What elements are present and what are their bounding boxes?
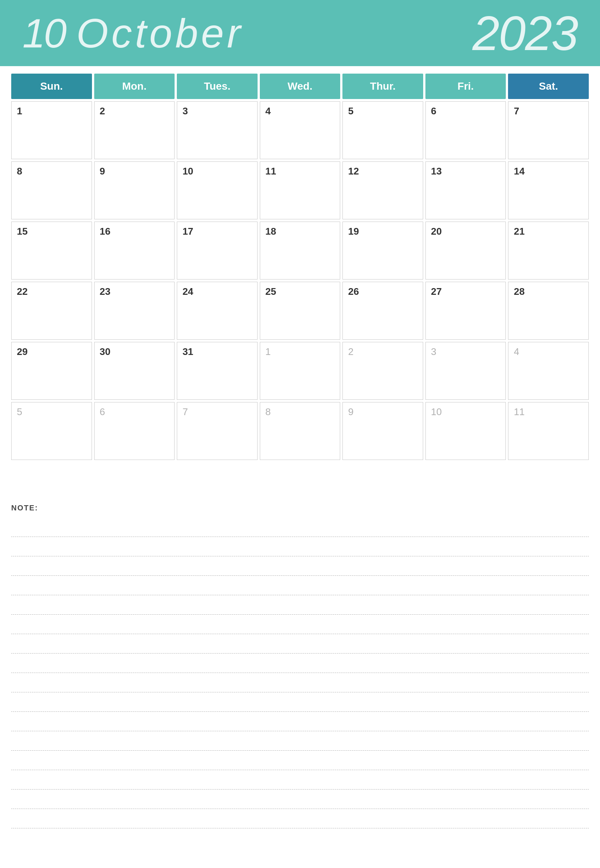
day-header-mon: Mon. <box>94 74 175 99</box>
note-line[interactable] <box>11 576 589 595</box>
day-header-wed: Wed. <box>260 74 341 99</box>
cal-cell: 31 <box>177 342 258 400</box>
calendar-header: 10 October 2023 <box>0 0 600 66</box>
cal-cell: 17 <box>177 222 258 280</box>
day-header-sat: Sat. <box>508 74 589 99</box>
cal-cell: 30 <box>94 342 175 400</box>
cal-cell: 22 <box>11 282 92 340</box>
cal-cell: 10 <box>177 162 258 219</box>
note-line[interactable] <box>11 556 589 576</box>
cal-cell: 6 <box>94 402 175 460</box>
cal-cell: 8 <box>260 402 341 460</box>
cal-cell: 13 <box>426 162 506 219</box>
cal-cell: 7 <box>177 402 258 460</box>
cal-cell: 2 <box>94 101 175 159</box>
note-line[interactable] <box>11 595 589 615</box>
cal-cell: 4 <box>508 342 589 400</box>
calendar-page: 10 October 2023 Sun.Mon.Tues.Wed.Thur.Fr… <box>0 0 600 868</box>
cal-cell: 23 <box>94 282 175 340</box>
cal-cell: 16 <box>94 222 175 280</box>
cal-cell: 6 <box>426 101 506 159</box>
cal-cell: 15 <box>11 222 92 280</box>
cal-cell: 3 <box>177 101 258 159</box>
month-number: 10 <box>23 9 65 57</box>
calendar-container: Sun.Mon.Tues.Wed.Thur.Fri.Sat. 123456789… <box>0 66 600 496</box>
cal-cell: 25 <box>260 282 341 340</box>
note-line[interactable] <box>11 751 589 770</box>
cal-cell: 7 <box>508 101 589 159</box>
cal-cell: 27 <box>426 282 506 340</box>
note-line[interactable] <box>11 537 589 556</box>
note-line[interactable] <box>11 653 589 673</box>
cal-cell: 10 <box>426 402 506 460</box>
cal-cell: 5 <box>11 402 92 460</box>
cal-cell: 28 <box>508 282 589 340</box>
cal-cell: 18 <box>260 222 341 280</box>
month-name: October <box>76 9 243 57</box>
notes-section: NOTE: <box>0 496 600 868</box>
note-line[interactable] <box>11 615 589 634</box>
day-header-fri: Fri. <box>426 74 506 99</box>
note-label: NOTE: <box>11 504 589 512</box>
cal-cell: 4 <box>260 101 341 159</box>
note-line[interactable] <box>11 731 589 751</box>
note-lines <box>11 517 589 829</box>
note-line[interactable] <box>11 789 589 809</box>
cal-cell: 9 <box>342 402 423 460</box>
cal-cell: 1 <box>11 101 92 159</box>
note-line[interactable] <box>11 809 589 829</box>
cal-cell: 1 <box>260 342 341 400</box>
calendar-grid: 1234567891011121314151617181920212223242… <box>11 101 589 460</box>
cal-cell: 2 <box>342 342 423 400</box>
cal-cell: 29 <box>11 342 92 400</box>
day-header-tues: Tues. <box>177 74 258 99</box>
cal-cell: 12 <box>342 162 423 219</box>
cal-cell: 5 <box>342 101 423 159</box>
year: 2023 <box>473 5 577 61</box>
cal-cell: 8 <box>11 162 92 219</box>
cal-cell: 21 <box>508 222 589 280</box>
day-headers-row: Sun.Mon.Tues.Wed.Thur.Fri.Sat. <box>11 74 589 99</box>
cal-cell: 11 <box>260 162 341 219</box>
day-header-sun: Sun. <box>11 74 92 99</box>
note-line[interactable] <box>11 673 589 693</box>
cal-cell: 14 <box>508 162 589 219</box>
note-line[interactable] <box>11 634 589 653</box>
cal-cell: 24 <box>177 282 258 340</box>
cal-cell: 11 <box>508 402 589 460</box>
cal-cell: 19 <box>342 222 423 280</box>
cal-cell: 9 <box>94 162 175 219</box>
cal-cell: 20 <box>426 222 506 280</box>
cal-cell: 26 <box>342 282 423 340</box>
day-header-thur: Thur. <box>342 74 423 99</box>
note-line[interactable] <box>11 517 589 537</box>
cal-cell: 3 <box>426 342 506 400</box>
note-line[interactable] <box>11 712 589 731</box>
note-line[interactable] <box>11 693 589 712</box>
note-line[interactable] <box>11 770 589 789</box>
